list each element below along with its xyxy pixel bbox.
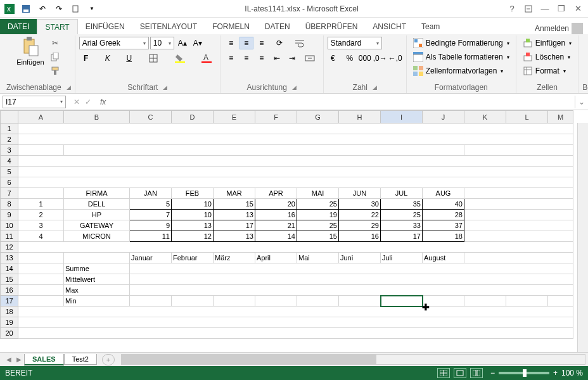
inc-decimal-icon[interactable]: ,0→ (373, 52, 387, 65)
align-launcher-icon[interactable]: ◢ (292, 84, 297, 91)
grow-font-icon[interactable]: A▴ (176, 37, 189, 49)
tab-data[interactable]: DATEN (257, 19, 298, 34)
tab-team[interactable]: Team (414, 19, 447, 34)
close-icon[interactable]: ✕ (570, 2, 585, 16)
cell[interactable]: 22 (339, 210, 381, 220)
align-left-icon[interactable]: ≡ (224, 52, 238, 65)
new-sheet-button[interactable]: + (102, 354, 115, 365)
ribbon-options-icon[interactable] (521, 2, 536, 16)
insert-cells-button[interactable]: Einfügen▾ (520, 37, 574, 49)
dec-decimal-icon[interactable]: ←,0 (388, 52, 402, 65)
align-center-icon[interactable]: ≡ (240, 52, 253, 65)
cell[interactable]: 17 (214, 220, 255, 231)
borders-icon[interactable] (144, 52, 163, 65)
copy-icon[interactable] (48, 51, 62, 63)
row-header[interactable]: 10 (1, 220, 18, 231)
align-bottom-icon[interactable]: ≡ (255, 37, 269, 49)
spreadsheet-grid[interactable]: A B C D E F G H I J K L M 1 2 3COMPUTER … (0, 110, 573, 339)
cell[interactable]: März (214, 253, 255, 263)
cell[interactable]: 13 (214, 231, 255, 242)
autosum-icon[interactable]: ∑ (585, 37, 588, 49)
align-top-icon[interactable]: ≡ (224, 37, 238, 49)
clear-icon[interactable] (585, 65, 588, 77)
fx-icon[interactable]: fx (96, 98, 110, 106)
cell[interactable]: Max (64, 285, 130, 296)
cell[interactable]: 20 (255, 199, 297, 210)
row-header[interactable]: 15 (1, 274, 18, 285)
title-cell[interactable]: COMPUTER SALES (64, 145, 464, 156)
shrink-font-icon[interactable]: A▾ (191, 37, 205, 49)
thousands-icon[interactable]: 000 (358, 52, 372, 65)
cell[interactable]: 25 (297, 199, 339, 210)
cell[interactable]: 15 (297, 231, 339, 242)
font-color-icon[interactable]: A (197, 52, 216, 65)
tab-start[interactable]: START (37, 19, 77, 34)
cell[interactable]: August (423, 253, 464, 263)
tab-view[interactable]: ANSICHT (365, 19, 414, 34)
cell[interactable]: 37 (423, 220, 464, 231)
col-header[interactable]: C (130, 111, 172, 124)
row-header[interactable]: 7 (1, 188, 18, 199)
cell[interactable]: Februar (172, 253, 214, 263)
zoom-in-icon[interactable]: + (553, 369, 558, 377)
cell[interactable]: 21 (255, 220, 297, 231)
col-header[interactable]: M (548, 111, 573, 124)
fill-color-icon[interactable] (170, 52, 189, 65)
cell[interactable]: 18 (423, 231, 464, 242)
cell[interactable]: FIRMA (64, 188, 130, 199)
cell[interactable]: 33 (381, 220, 423, 231)
col-header[interactable]: I (381, 111, 423, 124)
cell[interactable]: 10 (172, 210, 214, 220)
cell[interactable]: 13 (172, 220, 214, 231)
excel-icon[interactable]: x (3, 2, 16, 16)
tab-review[interactable]: ÜBERPRÜFEN (298, 19, 366, 34)
cell[interactable]: GATEWAY (64, 220, 130, 231)
cell[interactable]: 30 (339, 199, 381, 210)
row-header[interactable]: 20 (1, 328, 18, 339)
cell[interactable]: HP (64, 210, 130, 220)
col-header[interactable]: B (64, 111, 130, 124)
tab-file[interactable]: DATEI (0, 19, 37, 34)
select-all-corner[interactable] (1, 111, 18, 124)
col-header[interactable]: H (339, 111, 381, 124)
touch-mode-icon[interactable] (68, 2, 82, 16)
cell[interactable]: APR (255, 188, 297, 199)
horizontal-scrollbar[interactable] (121, 354, 585, 365)
format-cells-button[interactable]: Format▾ (520, 65, 574, 77)
orientation-icon[interactable]: ⟳ (270, 37, 289, 49)
cell[interactable]: 12 (172, 231, 214, 242)
accept-formula-icon[interactable]: ✓ (85, 98, 91, 106)
expand-formula-bar-icon[interactable]: ⌄ (575, 98, 588, 106)
cell[interactable]: 5 (130, 199, 172, 210)
zoom-out-icon[interactable]: − (490, 369, 495, 377)
col-header[interactable]: E (214, 111, 255, 124)
merge-center-icon[interactable] (300, 52, 319, 65)
cell[interactable]: JUN (339, 188, 381, 199)
cell[interactable]: 10 (172, 199, 214, 210)
help-icon[interactable]: ? (504, 2, 520, 16)
font-name-combo[interactable]: Arial Greek▾ (79, 37, 149, 49)
cell[interactable]: 4 (18, 231, 64, 242)
cell[interactable]: JUL (381, 188, 423, 199)
tab-formulas[interactable]: FORMELN (205, 19, 257, 34)
cell[interactable]: Min (64, 296, 130, 307)
delete-cells-button[interactable]: Löschen▾ (520, 51, 574, 63)
tab-insert[interactable]: EINFÜGEN (78, 19, 132, 34)
view-pagelayout-icon[interactable] (454, 368, 466, 378)
sheet-nav-next-icon[interactable]: ▶ (14, 356, 24, 363)
save-icon[interactable] (19, 2, 33, 16)
cell[interactable]: FEB (172, 188, 214, 199)
cell[interactable]: 19 (297, 210, 339, 220)
accounting-icon[interactable]: € (328, 52, 342, 65)
col-header[interactable]: J (423, 111, 464, 124)
cell[interactable]: Juni (339, 253, 381, 263)
row-header[interactable]: 2 (1, 134, 18, 145)
cut-icon[interactable]: ✂ (48, 37, 62, 49)
cell[interactable]: 25 (297, 220, 339, 231)
paste-button[interactable]: Einfügen (15, 37, 46, 66)
cell[interactable]: MAI (297, 188, 339, 199)
align-right-icon[interactable]: ≡ (255, 52, 269, 65)
cell[interactable]: AUG (423, 188, 464, 199)
cell[interactable]: 40 (423, 199, 464, 210)
cell[interactable]: Juli (381, 253, 423, 263)
